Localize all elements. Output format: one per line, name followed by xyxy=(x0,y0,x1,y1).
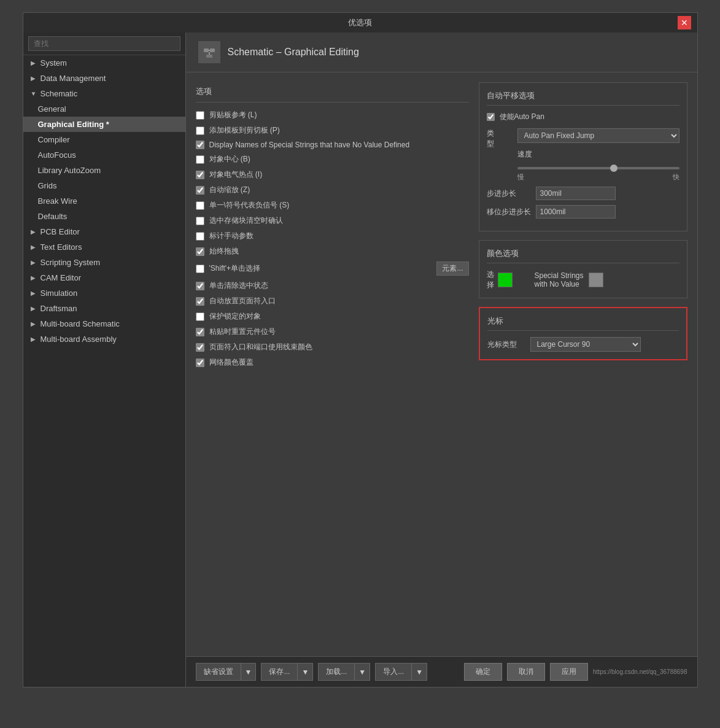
type-row: 类 型 Auto Pan Fixed Jump Auto Pan ReCente… xyxy=(487,128,679,182)
option-label-display-names: Display Names of Special Strings that ha… xyxy=(209,141,410,149)
speed-slow: 慢 xyxy=(517,172,524,182)
option-checkbox-auto-zoom[interactable] xyxy=(196,186,204,195)
import-button[interactable]: 导入... xyxy=(376,664,412,680)
sidebar-item-defaults[interactable]: Defaults xyxy=(23,209,185,224)
option-checkbox-manual-params[interactable] xyxy=(196,232,204,241)
option-checkbox-object-center[interactable] xyxy=(196,155,204,164)
shift-step-input[interactable] xyxy=(536,205,616,219)
cursor-section-title: 光标 xyxy=(487,316,679,331)
sidebar-item-multiboard-schematic[interactable]: ▶ Multi-board Schematic xyxy=(23,316,185,331)
special-color-box[interactable] xyxy=(589,273,603,287)
sidebar-item-text-editors[interactable]: ▶ Text Editors xyxy=(23,239,185,255)
option-label-single-backslash: 单一\符号代表负信号 (S) xyxy=(209,200,290,211)
sidebar-item-system[interactable]: ▶ System xyxy=(23,55,185,71)
sidebar-item-general[interactable]: General xyxy=(23,101,185,117)
option-display-names: Display Names of Special Strings that ha… xyxy=(196,138,469,152)
select-color-box[interactable] xyxy=(498,273,513,287)
sidebar-item-cam-editor[interactable]: ▶ CAM Editor xyxy=(23,270,185,285)
sidebar-item-graphical-editing[interactable]: Graphical Editing * xyxy=(23,117,185,132)
option-checkbox-shift-click[interactable] xyxy=(196,265,204,273)
option-add-template: 添加模板到剪切板 (P) xyxy=(196,123,469,138)
option-checkbox-reset-designator[interactable] xyxy=(196,328,204,336)
search-input[interactable] xyxy=(28,36,180,51)
element-button[interactable]: 元素... xyxy=(436,261,468,276)
option-label-add-template: 添加模板到剪切板 (P) xyxy=(209,125,280,136)
option-checkbox-auto-place-sheet[interactable] xyxy=(196,297,204,306)
option-checkbox-always-drag[interactable] xyxy=(196,247,204,256)
option-checkbox-add-template[interactable] xyxy=(196,126,204,135)
page-title: Schematic – Graphical Editing xyxy=(228,47,359,58)
sidebar-item-draftsman[interactable]: ▶ Draftsman xyxy=(23,301,185,316)
sidebar-item-multiboard-assembly[interactable]: ▶ Multi-board Assembly xyxy=(23,331,185,347)
type-label-col: 类 型 xyxy=(487,128,517,149)
option-checkbox-single-backslash[interactable] xyxy=(196,201,204,210)
load-arrow[interactable]: ▼ xyxy=(355,664,370,680)
import-arrow[interactable]: ▼ xyxy=(412,664,427,680)
cancel-button[interactable]: 取消 xyxy=(507,663,545,681)
schematic-icon xyxy=(198,41,220,63)
option-auto-zoom: 自动缩放 (Z) xyxy=(196,182,469,198)
option-checkbox-net-color-overlay[interactable] xyxy=(196,358,204,367)
speed-container: 速度 慢 快 xyxy=(517,149,679,182)
speed-slider[interactable] xyxy=(517,167,679,169)
color-section-title: 颜色选项 xyxy=(487,248,679,263)
option-single-backslash: 单一\符号代表负信号 (S) xyxy=(196,198,469,213)
svg-rect-1 xyxy=(204,48,209,52)
type-select[interactable]: Auto Pan Fixed Jump Auto Pan ReCenter Ba… xyxy=(517,128,679,143)
arrow-icon: ▶ xyxy=(31,228,38,235)
options-section-title: 选项 xyxy=(196,82,469,103)
option-label-clipboard-ref: 剪贴板参考 (L) xyxy=(209,110,257,120)
auto-pan-section: 自动平移选项 使能Auto Pan 类 型 xyxy=(479,82,687,231)
option-checkbox-display-names[interactable] xyxy=(196,141,204,149)
special-strings-label: Special Strings with No Value xyxy=(535,271,584,288)
option-label-manual-params: 标计手动参数 xyxy=(209,231,254,241)
auto-pan-enable-label: 使能Auto Pan xyxy=(500,112,544,122)
save-button[interactable]: 保存... xyxy=(261,664,298,680)
option-label-confirm-clear: 选中存储块清空时确认 xyxy=(209,215,283,226)
sidebar: ▶ System ▶ Data Management ▼ Schematic G… xyxy=(23,33,186,687)
load-button[interactable]: 加载... xyxy=(319,664,355,680)
sidebar-item-schematic[interactable]: ▼ Schematic xyxy=(23,86,185,101)
svg-rect-2 xyxy=(210,48,215,52)
speed-fast: 快 xyxy=(673,172,679,182)
main-content: Schematic – Graphical Editing 选项 剪贴板参考 (… xyxy=(186,33,697,687)
cursor-row: 光标类型 Large Cursor 90 Small Cursor 90 Sma… xyxy=(487,337,679,352)
default-settings-arrow[interactable]: ▼ xyxy=(241,664,256,680)
confirm-button[interactable]: 确定 xyxy=(464,663,502,681)
cursor-type-select[interactable]: Large Cursor 90 Small Cursor 90 Small Cu… xyxy=(530,337,641,352)
default-settings-group: 缺省设置 ▼ xyxy=(196,663,257,681)
option-label-single-deselect: 单击清除选中状态 xyxy=(209,281,268,291)
step-size-row: 步进步长 xyxy=(487,187,679,200)
auto-pan-checkbox[interactable] xyxy=(487,113,495,121)
arrow-icon: ▶ xyxy=(31,75,38,82)
option-checkbox-protect-locked[interactable] xyxy=(196,312,204,321)
sidebar-item-break-wire[interactable]: Break Wire xyxy=(23,193,185,209)
close-button[interactable]: ✕ xyxy=(678,16,691,29)
window-title: 优选项 xyxy=(43,17,678,28)
special-color-item: Special Strings with No Value xyxy=(535,271,603,288)
sidebar-item-library-autozoom[interactable]: Library AutoZoom xyxy=(23,163,185,178)
step-size-input[interactable] xyxy=(536,187,616,200)
sidebar-item-simulation[interactable]: ▶ Simulation xyxy=(23,285,185,301)
type-select-col: Auto Pan Fixed Jump Auto Pan ReCenter Ba… xyxy=(517,128,679,182)
sidebar-item-pcb-editor[interactable]: ▶ PCB Editor xyxy=(23,224,185,239)
save-arrow[interactable]: ▼ xyxy=(298,664,312,680)
option-checkbox-single-deselect[interactable] xyxy=(196,282,204,290)
default-settings-button[interactable]: 缺省设置 xyxy=(196,664,241,680)
option-checkbox-confirm-clear[interactable] xyxy=(196,217,204,225)
sidebar-item-compiler[interactable]: Compiler xyxy=(23,132,185,147)
sidebar-item-autofocus[interactable]: AutoFocus xyxy=(23,147,185,163)
sidebar-item-grids[interactable]: Grids xyxy=(23,178,185,193)
arrow-icon: ▶ xyxy=(31,259,38,266)
apply-button[interactable]: 应用 xyxy=(550,663,588,681)
option-checkbox-hotspot[interactable] xyxy=(196,171,204,179)
option-checkbox-sheet-net-color[interactable] xyxy=(196,343,204,352)
sidebar-item-scripting-system[interactable]: ▶ Scripting System xyxy=(23,255,185,270)
options-panel: 选项 剪贴板参考 (L) 添加模板到剪切板 (P) Display Names … xyxy=(196,82,469,646)
sidebar-item-data-management[interactable]: ▶ Data Management xyxy=(23,71,185,86)
auto-pan-title: 自动平移选项 xyxy=(487,90,679,106)
option-label-object-center: 对象中心 (B) xyxy=(209,154,250,165)
option-label-protect-locked: 保护锁定的对象 xyxy=(209,311,261,322)
sidebar-search-container xyxy=(23,33,185,55)
option-checkbox-clipboard-ref[interactable] xyxy=(196,111,204,120)
